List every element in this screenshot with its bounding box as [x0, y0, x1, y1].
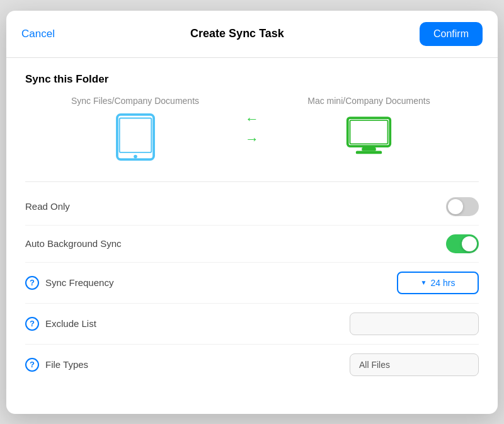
file-types-row: ? File Types [25, 345, 479, 385]
exclude-list-help-icon[interactable]: ? [25, 317, 39, 331]
sync-frequency-value: 24 hrs [430, 278, 455, 288]
svg-rect-3 [348, 118, 391, 146]
right-arrow-icon: → [245, 131, 259, 147]
tablet-icon [110, 112, 161, 163]
left-arrow-icon: ← [245, 111, 259, 127]
svg-rect-1 [119, 118, 151, 152]
monitor-icon [344, 112, 394, 163]
sync-frequency-row: ? Sync Frequency ▼ 24 hrs [25, 263, 479, 304]
exclude-list-input[interactable] [350, 312, 479, 335]
exclude-list-row: ? Exclude List [25, 304, 479, 345]
read-only-toggle-knob [448, 199, 463, 214]
auto-background-sync-row: Auto Background Sync [25, 226, 479, 263]
sync-source: Sync Files/Company Documents [25, 96, 245, 163]
sync-frequency-left: ? Sync Frequency [25, 276, 113, 290]
svg-rect-6 [356, 151, 382, 154]
sync-frequency-dropdown[interactable]: ▼ 24 hrs [397, 272, 479, 294]
auto-background-sync-left: Auto Background Sync [25, 238, 122, 249]
auto-background-sync-label: Auto Background Sync [25, 238, 122, 249]
create-sync-task-dialog: Cancel Create Sync Task Confirm Sync thi… [6, 11, 498, 414]
auto-background-sync-toggle[interactable] [446, 234, 479, 253]
read-only-left: Read Only [25, 201, 70, 212]
confirm-button[interactable]: Confirm [420, 22, 483, 46]
exclude-list-label: Exclude List [45, 318, 96, 329]
sync-arrows: ← → [245, 111, 259, 147]
cancel-button[interactable]: Cancel [21, 25, 55, 43]
dialog-content: Sync this Folder Sync Files/Company Docu… [6, 58, 498, 400]
sync-visualization: Sync Files/Company Documents ← → Mac min… [25, 96, 479, 163]
dest-label: Mac mini/Company Documents [307, 96, 430, 106]
file-types-left: ? File Types [25, 358, 88, 372]
sync-destination: Mac mini/Company Documents [259, 96, 479, 163]
file-types-help-icon[interactable]: ? [25, 358, 39, 372]
section-title: Sync this Folder [25, 73, 479, 86]
read-only-toggle[interactable] [446, 197, 479, 216]
file-types-input[interactable] [350, 353, 479, 376]
svg-point-2 [134, 155, 137, 159]
auto-background-sync-toggle-knob [462, 236, 477, 251]
svg-rect-4 [350, 120, 388, 144]
source-label: Sync Files/Company Documents [71, 96, 199, 106]
exclude-list-left: ? Exclude List [25, 317, 96, 331]
dropdown-triangle-icon: ▼ [421, 279, 427, 286]
svg-rect-5 [362, 147, 376, 151]
settings-section: Read Only Auto Background Sync ? [25, 181, 479, 385]
read-only-row: Read Only [25, 188, 479, 226]
sync-frequency-label: Sync Frequency [45, 277, 113, 288]
sync-frequency-help-icon[interactable]: ? [25, 276, 39, 290]
dialog-title: Create Sync Task [190, 27, 284, 40]
dialog-header: Cancel Create Sync Task Confirm [6, 11, 498, 58]
read-only-label: Read Only [25, 201, 70, 212]
file-types-label: File Types [45, 359, 88, 370]
